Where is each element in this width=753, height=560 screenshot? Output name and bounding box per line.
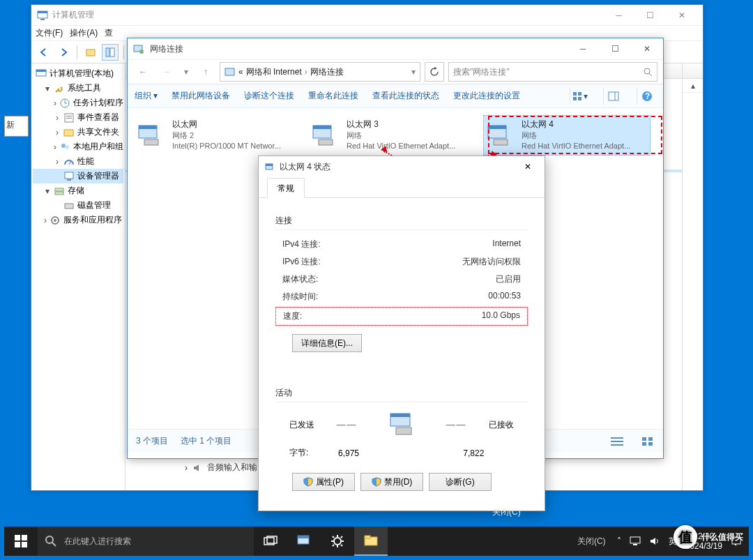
cmd-disable[interactable]: 禁用此网络设备: [172, 90, 230, 102]
diagnose-button[interactable]: 诊断(G): [429, 473, 492, 491]
refresh-button[interactable]: [425, 62, 444, 82]
connection-item-ethernet[interactable]: 以太网 网络 2 Intel(R) PRO/1000 MT Networ...: [135, 115, 302, 156]
view-details-button[interactable]: [610, 436, 624, 447]
net-maximize-button[interactable]: ☐: [599, 39, 631, 59]
menu-action[interactable]: 操作(A): [70, 27, 98, 39]
sent-label: 已发送: [289, 419, 314, 431]
task-view-button[interactable]: [254, 527, 287, 556]
connection-adapter: Red Hat VirtIO Ethernet Adapt...: [347, 141, 455, 151]
connection-group: IPv4 连接:Internet IPv6 连接:无网络访问权限 媒体状态:已启…: [275, 229, 528, 352]
details-button[interactable]: 详细信息(E)...: [292, 334, 362, 352]
svg-line-77: [341, 545, 342, 546]
net-close-button[interactable]: ✕: [631, 39, 663, 59]
net-title-bar[interactable]: 网络连接 ─ ☐ ✕: [128, 38, 663, 59]
cmd-view-status[interactable]: 查看此连接的状态: [372, 90, 439, 102]
taskbar-app-settings[interactable]: [321, 527, 354, 556]
toolbar-forward-button[interactable]: [55, 44, 72, 61]
nav-up-button[interactable]: ↑: [196, 62, 215, 82]
nav-forward-button[interactable]: →: [157, 62, 176, 82]
close-label[interactable]: 关闭(C): [492, 507, 521, 517]
tree-storage[interactable]: ▾存储: [33, 183, 123, 198]
connection-item-ethernet3[interactable]: 以太网 3 网络 Red Hat VirtIO Ethernet Adapt..…: [309, 115, 476, 156]
dash-icon: ──: [446, 418, 467, 432]
cmd-organize[interactable]: 组织 ▾: [135, 90, 158, 102]
menu-file[interactable]: 文件(F): [36, 27, 63, 39]
view-large-icons-button[interactable]: [641, 436, 655, 447]
help-button[interactable]: ?: [637, 88, 656, 105]
svg-rect-60: [396, 427, 411, 434]
svg-line-78: [341, 536, 342, 538]
toolbar-up-button[interactable]: [82, 44, 99, 61]
cmd-diagnose[interactable]: 诊断这个连接: [244, 90, 294, 102]
taskbar-app-vm[interactable]: [287, 527, 321, 556]
row-media-state: 媒体状态:已启用: [275, 271, 528, 288]
mgmt-trunc-row[interactable]: › 音频输入和输: [185, 462, 257, 474]
tray-display-icon[interactable]: [630, 536, 641, 546]
dialog-title-bar[interactable]: 以太网 4 状态 ✕: [259, 156, 545, 177]
services-icon: [50, 215, 61, 226]
search-input[interactable]: 搜索"网络连接": [448, 62, 657, 82]
network-adapter-icon: [485, 120, 516, 151]
tree-services-apps[interactable]: ›服务和应用程序: [33, 213, 123, 227]
mgmt-close-button[interactable]: ✕: [666, 6, 697, 25]
taskbar-app-explorer[interactable]: [354, 527, 388, 556]
mgmt-maximize-button[interactable]: ☐: [634, 6, 666, 25]
taskbar-label: 关闭(C): [388, 527, 610, 556]
tools-icon: [54, 83, 65, 94]
tree-local-users[interactable]: ›本地用户和组: [33, 139, 123, 154]
tree-shared-folders[interactable]: ›共享文件夹: [33, 125, 123, 139]
nav-back-button[interactable]: ←: [133, 62, 153, 82]
tree-root[interactable]: 计算机管理(本地): [33, 66, 123, 81]
preview-pane-button[interactable]: [603, 88, 623, 105]
breadcrumb[interactable]: « 网络和 Internet › 网络连接 ▾: [220, 62, 420, 82]
nav-history-button[interactable]: ▾: [181, 62, 192, 82]
label: IPv6 连接:: [282, 256, 321, 268]
properties-button[interactable]: 属性(P): [292, 473, 355, 491]
tree-event-viewer[interactable]: ›事件查看器: [33, 110, 123, 125]
actions-collapse-button[interactable]: ▴: [683, 79, 703, 93]
tree-task-scheduler[interactable]: ›任务计划程序: [33, 96, 123, 110]
bytes-sent-value: 6,975: [308, 448, 388, 458]
button-label: 禁用(D): [384, 476, 413, 488]
tree-device-manager[interactable]: 设备管理器: [33, 169, 123, 183]
connection-network: 网络 2: [172, 130, 281, 141]
label: 媒体状态:: [282, 273, 318, 285]
ethernet-status-dialog: 以太网 4 状态 ✕ 常规 连接 IPv4 连接:Internet IPv6 连…: [258, 156, 545, 511]
breadcrumb-item[interactable]: 网络和 Internet: [246, 66, 302, 78]
device-icon: [63, 171, 75, 182]
mgmt-minimize-button[interactable]: ─: [603, 6, 634, 25]
view-icons-button[interactable]: ▾: [570, 88, 589, 105]
row-speed: 速度:10.0 Gbps: [276, 308, 527, 325]
disable-button[interactable]: 禁用(D): [360, 473, 423, 491]
status-item-count: 3 个项目: [136, 435, 168, 447]
tree-performance[interactable]: ›性能: [33, 154, 123, 169]
chevron-down-icon[interactable]: ▾: [411, 67, 416, 77]
chevron-down-icon: ▾: [44, 186, 51, 196]
cmd-change-settings[interactable]: 更改此连接的设置: [453, 90, 520, 102]
svg-rect-52: [642, 437, 646, 441]
mgmt-actions-pane: ▴: [682, 63, 703, 490]
dialog-close-button[interactable]: ✕: [517, 158, 539, 175]
watermark: 值 什么值得买: [674, 525, 743, 549]
start-button[interactable]: [4, 527, 38, 556]
svg-rect-36: [609, 92, 618, 100]
tray-chevron-icon[interactable]: ˄: [617, 536, 621, 546]
mgmt-app-icon: [37, 10, 48, 21]
svg-point-28: [139, 50, 144, 54]
breadcrumb-item[interactable]: 网络连接: [310, 66, 344, 78]
toolbar-properties-button[interactable]: [102, 44, 119, 61]
svg-rect-16: [64, 130, 73, 136]
tree-label: 音频输入和输: [207, 462, 257, 474]
tab-general[interactable]: 常规: [267, 178, 305, 198]
tree-system-tools[interactable]: ▾系统工具: [33, 81, 123, 96]
menu-view-trunc[interactable]: 查: [105, 27, 113, 39]
taskbar-search[interactable]: 在此键入进行搜索: [38, 527, 254, 556]
cmd-rename[interactable]: 重命名此连接: [308, 90, 358, 102]
toolbar-back-button[interactable]: [36, 44, 52, 61]
mgmt-tree[interactable]: 计算机管理(本地) ▾系统工具 ›任务计划程序 ›事件查看器 ›共享文件夹 ›本…: [31, 63, 126, 490]
tree-disk-management[interactable]: 磁盘管理: [33, 198, 123, 213]
net-minimize-button[interactable]: ─: [567, 39, 599, 59]
mgmt-title-bar[interactable]: 计算机管理 ─ ☐ ✕: [31, 5, 703, 26]
connection-item-ethernet4[interactable]: 以太网 4 网络 Red Hat VirtIO Ethernet Adapt..…: [483, 115, 651, 156]
tray-volume-icon[interactable]: [649, 536, 660, 546]
